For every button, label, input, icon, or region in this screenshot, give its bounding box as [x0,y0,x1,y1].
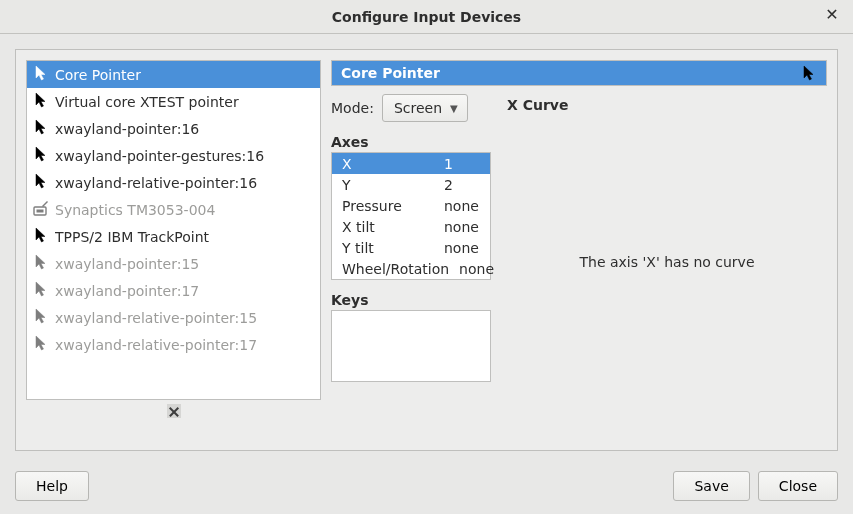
axes-name: Pressure [342,198,444,214]
device-list-item-label: xwayland-pointer:16 [55,121,199,137]
device-list[interactable]: Core Pointer Virtual core XTEST pointer … [26,60,321,400]
axes-value: none [459,261,494,277]
device-list-item[interactable]: Synaptics TM3053-004 [27,196,320,223]
cursor-icon [33,119,49,138]
keys-heading: Keys [331,292,491,308]
cursor-icon [33,254,49,273]
mode-select[interactable]: Screen ▼ [382,94,468,122]
axes-row[interactable]: Pressurenone [332,195,490,216]
cursor-icon [801,65,817,81]
axes-row[interactable]: Wheel/Rotationnone [332,258,490,279]
cursor-icon [33,227,49,246]
axes-name: Y tilt [342,240,444,256]
missing-image-icon [167,404,181,418]
cursor-icon [33,65,49,84]
device-list-item-label: Virtual core XTEST pointer [55,94,239,110]
axes-name: X [342,156,444,172]
device-list-item[interactable]: xwayland-relative-pointer:16 [27,169,320,196]
device-list-item-label: xwayland-pointer:15 [55,256,199,272]
svg-rect-1 [37,210,44,213]
device-list-item-label: TPPS/2 IBM TrackPoint [55,229,209,245]
device-list-item-label: xwayland-pointer:17 [55,283,199,299]
cursor-icon [33,146,49,165]
axes-value: none [444,198,482,214]
device-list-item[interactable]: Core Pointer [27,61,320,88]
save-button[interactable]: Save [673,471,749,501]
keys-list[interactable] [331,310,491,382]
device-list-item-label: Synaptics TM3053-004 [55,202,215,218]
device-list-item[interactable]: xwayland-pointer:17 [27,277,320,304]
device-panel-header: Core Pointer [331,60,827,86]
curve-empty-message: The axis 'X' has no curve [507,103,827,420]
axes-row[interactable]: Y tiltnone [332,237,490,258]
cursor-icon [33,173,49,192]
axes-heading: Axes [331,134,491,150]
device-list-item[interactable]: xwayland-pointer:16 [27,115,320,142]
device-list-item[interactable]: Virtual core XTEST pointer [27,88,320,115]
axes-row[interactable]: X tiltnone [332,216,490,237]
axes-value: 1 [444,156,482,172]
axes-table[interactable]: X1Y2PressurenoneX tiltnoneY tiltnoneWhee… [331,152,491,280]
device-list-item-label: Core Pointer [55,67,141,83]
device-list-item[interactable]: xwayland-relative-pointer:15 [27,304,320,331]
device-panel-title: Core Pointer [341,65,440,81]
cursor-icon [33,308,49,327]
mode-select-value: Screen [394,100,442,116]
device-list-item[interactable]: xwayland-relative-pointer:17 [27,331,320,358]
device-list-item-label: xwayland-relative-pointer:17 [55,337,257,353]
axes-value: none [444,240,482,256]
window-titlebar: Configure Input Devices ✕ [0,0,853,34]
window-title: Configure Input Devices [332,9,521,25]
axes-name: Y [342,177,444,193]
axes-value: 2 [444,177,482,193]
axes-value: none [444,219,482,235]
below-device-list [26,402,321,420]
device-list-item[interactable]: xwayland-pointer:15 [27,250,320,277]
help-button[interactable]: Help [15,471,89,501]
cursor-icon [33,335,49,354]
axes-name: X tilt [342,219,444,235]
tablet-icon [33,200,49,219]
mode-label: Mode: [331,100,374,116]
chevron-down-icon: ▼ [450,103,458,114]
device-list-item[interactable]: xwayland-pointer-gestures:16 [27,142,320,169]
cursor-icon [33,281,49,300]
device-list-item[interactable]: TPPS/2 IBM TrackPoint [27,223,320,250]
close-button[interactable]: Close [758,471,838,501]
axes-row[interactable]: X1 [332,153,490,174]
axes-row[interactable]: Y2 [332,174,490,195]
dialog-frame: Core Pointer Virtual core XTEST pointer … [15,49,838,451]
device-list-item-label: xwayland-pointer-gestures:16 [55,148,264,164]
cursor-icon [33,92,49,111]
device-list-item-label: xwayland-relative-pointer:16 [55,175,257,191]
device-list-item-label: xwayland-relative-pointer:15 [55,310,257,326]
axes-name: Wheel/Rotation [342,261,459,277]
close-icon[interactable]: ✕ [823,6,841,24]
